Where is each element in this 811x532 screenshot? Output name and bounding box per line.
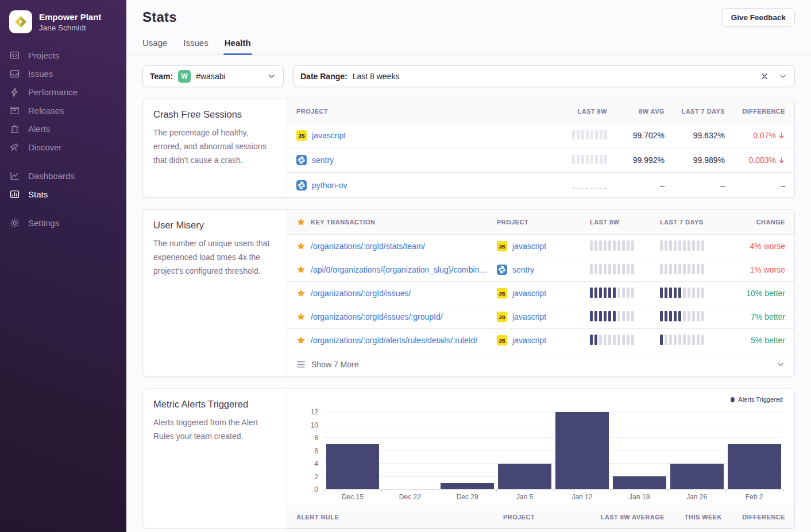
org-switcher[interactable]: Empower Plant Jane Schmidt	[0, 8, 126, 46]
crash-free-sessions-panel: Crash Free Sessions The percentage of he…	[142, 99, 795, 198]
sidebar: Empower Plant Jane Schmidt ProjectsIssue…	[0, 0, 126, 532]
sparkline	[572, 180, 607, 189]
star-icon[interactable]	[296, 289, 306, 298]
star-icon[interactable]	[296, 265, 306, 274]
sidebar-item-stats[interactable]: Stats	[0, 185, 126, 203]
team-select[interactable]: Team: W #wasabi	[142, 65, 284, 87]
project-link[interactable]: sentry	[512, 265, 534, 274]
chart-bar[interactable]	[728, 444, 781, 490]
column-header: Change	[730, 219, 785, 226]
star-icon[interactable]	[296, 336, 306, 345]
project-link[interactable]: javascript	[512, 336, 546, 345]
give-feedback-button[interactable]: Give Feedback	[722, 8, 795, 27]
tab-health[interactable]: Health	[225, 38, 251, 55]
sidebar-item-settings[interactable]: Settings	[0, 213, 126, 232]
sidebar-item-dashboards[interactable]: Dashboards	[0, 166, 126, 185]
chart-bar[interactable]	[670, 464, 724, 490]
sparkline	[572, 155, 607, 164]
table-row: /organizations/:orgId/alerts/rules/detai…	[287, 329, 794, 352]
user-misery-table-header: Key Transaction Project Last 8w Last 7 D…	[287, 210, 794, 235]
sidebar-item-label: Projects	[28, 51, 59, 60]
transaction-link[interactable]: /organizations/:orgId/issues/:groupId/	[311, 312, 443, 321]
dashboards-icon	[9, 170, 20, 181]
project-link[interactable]: python-ov	[312, 181, 347, 190]
sparkline	[572, 130, 607, 139]
change-value: 7% better	[730, 312, 785, 321]
sidebar-item-label: Settings	[28, 218, 59, 228]
table-row: python-ov–––	[287, 173, 794, 197]
project-link[interactable]: javascript	[512, 312, 546, 321]
column-header: Project	[503, 514, 573, 521]
chart-bar[interactable]	[555, 412, 609, 490]
stats-icon	[9, 189, 20, 199]
chevron-down-icon[interactable]	[776, 360, 785, 369]
main-area: Stats Give Feedback UsageIssuesHealth Te…	[126, 0, 811, 532]
org-logo-icon	[9, 10, 32, 33]
chart-bar[interactable]	[613, 476, 666, 490]
project-link[interactable]: sentry	[312, 156, 334, 165]
chart-bar[interactable]	[326, 444, 380, 490]
user-misery-description: User Misery The number of unique users t…	[143, 210, 287, 376]
sidebar-item-issues[interactable]: Issues	[0, 64, 126, 83]
transaction-link[interactable]: /organizations/:orgId/stats/team/	[311, 242, 425, 251]
python-platform-icon	[296, 180, 307, 191]
org-name: Empower Plant	[39, 12, 101, 22]
column-header: Last 8w	[541, 108, 607, 115]
chevron-down-icon[interactable]	[267, 72, 276, 81]
user-misery-table: Key Transaction Project Last 8w Last 7 D…	[287, 210, 794, 376]
column-header: Difference	[722, 514, 785, 521]
table-row: /organizations/:orgId/stats/team/JSjavas…	[287, 235, 794, 258]
crash-free-description: Crash Free Sessions The percentage of he…	[143, 99, 287, 197]
star-icon[interactable]	[296, 242, 306, 251]
crash-free-table-header: Project Last 8w 8w Avg Last 7 Days Diffe…	[287, 99, 794, 123]
javascript-platform-icon: JS	[497, 312, 507, 322]
date-range-select[interactable]: Date Range: Last 8 weeks	[293, 65, 795, 87]
score-bar	[660, 311, 704, 321]
sidebar-item-discover[interactable]: Discover	[0, 138, 126, 156]
transaction-link[interactable]: /organizations/:orgId/alerts/rules/detai…	[311, 336, 477, 345]
y-axis-tick-label: 4	[298, 460, 318, 468]
panel-title: User Misery	[153, 220, 276, 231]
y-axis-tick-label: 8	[298, 434, 318, 442]
project-link[interactable]: javascript	[512, 289, 546, 298]
team-value: #wasabi	[196, 72, 225, 81]
show-more-button[interactable]: Show 7 More	[287, 352, 794, 376]
tab-usage[interactable]: Usage	[142, 38, 167, 55]
tab-issues[interactable]: Issues	[183, 38, 208, 55]
star-icon[interactable]	[296, 312, 306, 321]
sidebar-item-alerts[interactable]: Alerts	[0, 119, 126, 138]
javascript-platform-icon: JS	[497, 241, 507, 251]
column-header: Difference	[725, 108, 785, 115]
javascript-platform-icon: JS	[497, 335, 507, 345]
transaction-link[interactable]: /organizations/:orgId/issues/	[311, 289, 411, 298]
chart-bar[interactable]	[498, 464, 551, 490]
sidebar-item-releases[interactable]: Releases	[0, 101, 126, 119]
x-axis-tick-label: Dec 15	[324, 493, 381, 501]
sidebar-item-projects[interactable]: Projects	[0, 46, 126, 64]
chevron-down-icon[interactable]	[778, 72, 787, 81]
transaction-link[interactable]: /api/0/organizations/{organization_slug}…	[311, 265, 490, 274]
8w-avg-value: 99.702%	[607, 131, 665, 140]
project-link[interactable]: javascript	[312, 131, 346, 140]
team-avatar: W	[178, 70, 191, 83]
change-value: 5% better	[730, 336, 785, 345]
javascript-platform-icon: JS	[296, 130, 307, 141]
table-row: /api/0/organizations/{organization_slug}…	[287, 258, 794, 282]
score-bar	[660, 264, 704, 274]
panel-title: Metric Alerts Triggered	[153, 399, 276, 410]
show-more-label: Show 7 More	[311, 360, 358, 369]
page-header: Stats Give Feedback UsageIssuesHealth	[126, 0, 811, 55]
project-link[interactable]: javascript	[512, 242, 546, 251]
sidebar-item-label: Issues	[28, 69, 53, 79]
alerts-bar-chart: Alerts Triggered 024681012 Dec 15Dec 22D…	[287, 389, 794, 501]
sidebar-item-performance[interactable]: Performance	[0, 83, 126, 101]
legend-item-alerts-triggered[interactable]: Alerts Triggered	[296, 395, 783, 404]
date-range-value: Last 8 weeks	[353, 72, 400, 81]
x-axis-tick-label: Jan 26	[668, 493, 725, 501]
star-icon	[296, 218, 306, 227]
sidebar-item-label: Releases	[28, 106, 64, 115]
chart-plot-area: 024681012	[324, 412, 783, 490]
panel-description: Alerts triggered from the Alert Rules yo…	[153, 415, 276, 443]
score-bar	[660, 335, 704, 345]
clear-icon[interactable]	[760, 72, 768, 80]
